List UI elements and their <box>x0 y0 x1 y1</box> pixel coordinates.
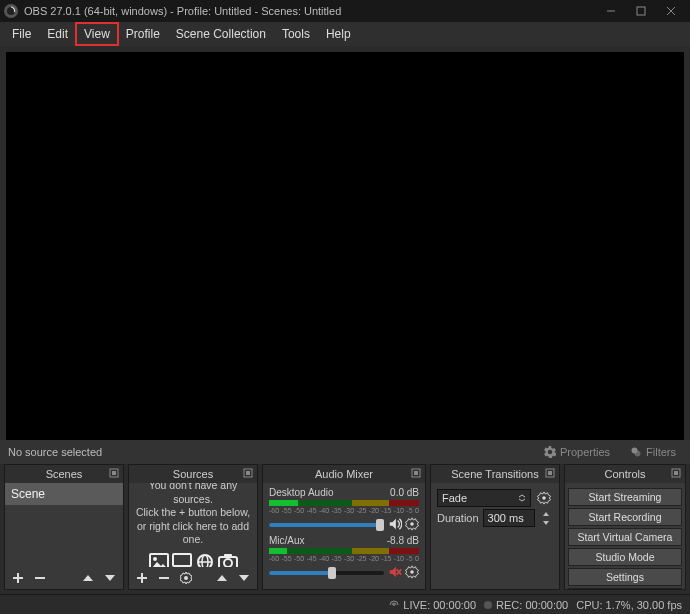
no-source-label: No source selected <box>8 446 530 458</box>
scenes-dock: Scenes Scene <box>4 464 124 590</box>
audio-mixer-dock: Audio Mixer Desktop Audio 0.0 dB -60-55-… <box>262 464 426 590</box>
window-minimize-button[interactable] <box>596 1 626 21</box>
mixer-header[interactable]: Audio Mixer <box>263 465 425 483</box>
mixer-track: Desktop Audio 0.0 dB -60-55-50-45-40-35-… <box>269 487 419 533</box>
rec-text: REC: 00:00:00 <box>496 599 568 611</box>
sources-empty-1: You don't have any sources. <box>133 483 253 506</box>
svg-point-21 <box>224 559 232 567</box>
source-down-button[interactable] <box>235 569 253 587</box>
speaker-icon[interactable] <box>388 517 402 533</box>
start-streaming-button[interactable]: Start Streaming <box>568 488 682 506</box>
scene-add-button[interactable] <box>9 569 27 587</box>
sources-title: Sources <box>173 468 213 480</box>
menu-help[interactable]: Help <box>318 23 359 45</box>
globe-source-icon <box>195 553 215 567</box>
live-indicator: LIVE: 00:00:00 <box>389 599 476 611</box>
preview-canvas[interactable] <box>6 52 684 440</box>
detach-icon[interactable] <box>411 468 421 478</box>
detach-icon[interactable] <box>545 468 555 478</box>
duration-input[interactable]: 300 ms <box>483 509 535 527</box>
scenes-body[interactable]: Scene <box>5 483 123 567</box>
mixer-meter <box>269 500 419 506</box>
exit-button[interactable]: Exit <box>568 588 682 589</box>
obs-logo-icon <box>4 4 18 18</box>
source-toolbar: No source selected Properties Filters <box>0 440 690 464</box>
display-source-icon <box>172 553 192 567</box>
svg-rect-2 <box>637 7 645 15</box>
scene-down-button[interactable] <box>101 569 119 587</box>
mixer-volume-slider[interactable] <box>269 523 384 527</box>
start-virtual-camera-button[interactable]: Start Virtual Camera <box>568 528 682 546</box>
scene-remove-button[interactable] <box>31 569 49 587</box>
mixer-track-db: 0.0 dB <box>390 487 419 498</box>
svg-point-18 <box>202 555 208 567</box>
settings-button[interactable]: Settings <box>568 568 682 586</box>
mixer-track-db: -8.8 dB <box>387 535 419 546</box>
scenes-header[interactable]: Scenes <box>5 465 123 483</box>
menu-file[interactable]: File <box>4 23 39 45</box>
properties-button[interactable]: Properties <box>538 444 616 460</box>
filters-button[interactable]: Filters <box>624 444 682 460</box>
window-maximize-button[interactable] <box>626 1 656 21</box>
track-settings-button[interactable] <box>405 565 419 581</box>
detach-icon[interactable] <box>109 468 119 478</box>
statusbar: LIVE: 00:00:00 REC: 00:00:00 CPU: 1.7%, … <box>0 594 690 614</box>
gear-icon <box>544 446 556 458</box>
cpu-text: CPU: 1.7%, 30.00 fps <box>576 599 682 611</box>
mixer-meter <box>269 548 419 554</box>
speaker-muted-icon[interactable] <box>388 565 402 581</box>
svg-point-13 <box>153 557 157 561</box>
duration-up-button[interactable] <box>539 509 553 518</box>
source-up-button[interactable] <box>213 569 231 587</box>
window-title: OBS 27.0.1 (64-bit, windows) - Profile: … <box>24 5 596 17</box>
transition-selected: Fade <box>442 492 467 504</box>
svg-point-36 <box>393 604 395 606</box>
duration-label: Duration <box>437 512 479 524</box>
transitions-dock: Scene Transitions Fade Duration 300 ms <box>430 464 560 590</box>
start-recording-button[interactable]: Start Recording <box>568 508 682 526</box>
preview-area <box>0 46 690 440</box>
menu-view[interactable]: View <box>76 23 118 45</box>
controls-dock: Controls Start Streaming Start Recording… <box>564 464 686 590</box>
svg-rect-26 <box>414 471 418 475</box>
studio-mode-button[interactable]: Studio Mode <box>568 548 682 566</box>
sources-header[interactable]: Sources <box>129 465 257 483</box>
detach-icon[interactable] <box>671 468 681 478</box>
sources-body[interactable]: You don't have any sources. Click the + … <box>129 483 257 567</box>
svg-rect-32 <box>548 471 552 475</box>
mixer-volume-slider[interactable] <box>269 571 384 575</box>
camera-source-icon <box>218 553 238 567</box>
duration-down-button[interactable] <box>539 518 553 527</box>
mixer-ticks: -60-55-50-45-40-35-30-25-20-15-10-50 <box>269 507 419 515</box>
svg-rect-14 <box>173 554 191 566</box>
svg-rect-8 <box>112 471 116 475</box>
sources-empty-2: Click the + button below, <box>133 506 253 520</box>
image-source-icon <box>149 553 169 567</box>
menu-edit[interactable]: Edit <box>39 23 76 45</box>
source-add-button[interactable] <box>133 569 151 587</box>
source-settings-button[interactable] <box>177 569 195 587</box>
scene-up-button[interactable] <box>79 569 97 587</box>
svg-point-33 <box>542 496 546 500</box>
transition-settings-button[interactable] <box>535 489 553 507</box>
live-text: LIVE: 00:00:00 <box>403 599 476 611</box>
sources-dock: Sources You don't have any sources. Clic… <box>128 464 258 590</box>
rec-dot-icon <box>484 601 492 609</box>
sources-icons-row <box>133 553 253 567</box>
source-remove-button[interactable] <box>155 569 173 587</box>
track-settings-button[interactable] <box>405 517 419 533</box>
scene-item[interactable]: Scene <box>5 483 123 505</box>
svg-point-24 <box>184 576 188 580</box>
svg-point-30 <box>410 570 414 574</box>
properties-label: Properties <box>560 446 610 458</box>
transitions-header[interactable]: Scene Transitions <box>431 465 559 483</box>
svg-point-17 <box>198 555 212 567</box>
controls-header[interactable]: Controls <box>565 465 685 483</box>
menu-tools[interactable]: Tools <box>274 23 318 45</box>
detach-icon[interactable] <box>243 468 253 478</box>
titlebar[interactable]: OBS 27.0.1 (64-bit, windows) - Profile: … <box>0 0 690 22</box>
transition-select[interactable]: Fade <box>437 489 531 507</box>
menu-profile[interactable]: Profile <box>118 23 168 45</box>
window-close-button[interactable] <box>656 1 686 21</box>
menu-scene-collection[interactable]: Scene Collection <box>168 23 274 45</box>
